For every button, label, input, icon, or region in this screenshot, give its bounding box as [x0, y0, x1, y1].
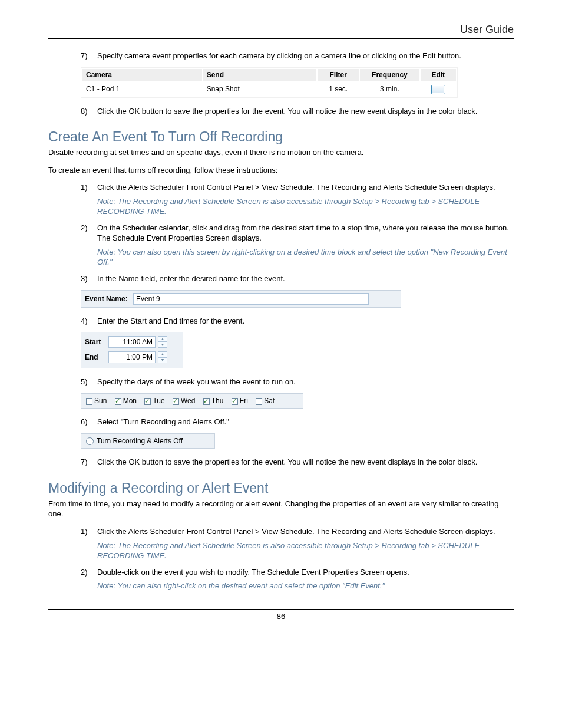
checkbox-fri[interactable] [232, 398, 238, 405]
day-sat-label: Sat [264, 397, 275, 405]
step-b2: 2) Double-click on the event you wish to… [81, 567, 514, 591]
step-a7-text: Click the OK button to save the properti… [97, 457, 477, 466]
step-a1-text: Click the Alerts Scheduler Front Control… [97, 183, 495, 192]
step-a1: 1) Click the Alerts Scheduler Front Cont… [81, 182, 514, 217]
start-spinner[interactable]: ▲▼ [158, 336, 167, 348]
table-row: C1 - Pod 1 Snap Shot 1 sec. 3 min. ... [82, 82, 456, 96]
step-a2: 2) On the Scheduler calendar, click and … [81, 223, 514, 268]
header-rule [48, 38, 514, 39]
header-title: User Guide [48, 24, 514, 36]
section-create-event-off: Create An Event To Turn Off Recording [48, 129, 514, 145]
step-b1-num: 1) [81, 526, 88, 537]
chevron-up-icon[interactable]: ▲ [158, 351, 167, 357]
turn-off-figure: Turn Recording & Alerts Off [81, 433, 215, 449]
step-a7: 7) Click the OK button to save the prope… [81, 457, 514, 467]
days-of-week-figure: Sun Mon Tue Wed Thu Fri Sat [81, 393, 303, 409]
step-a7-num: 7) [81, 457, 88, 467]
step-a6: 6) Select "Turn Recording and Alerts Off… [81, 417, 514, 427]
step-b2-note: Note: You can also right-click on the de… [97, 581, 514, 591]
day-mon[interactable]: Mon [115, 397, 137, 405]
cell-filter: 1 sec. [318, 82, 359, 96]
step-a6-text: Select "Turn Recording and Alerts Off." [97, 417, 229, 426]
col-camera: Camera [82, 69, 202, 81]
radio-turn-off[interactable] [86, 437, 94, 445]
day-thu[interactable]: Thu [203, 397, 224, 405]
step-a4-text: Enter the Start and End times for the ev… [97, 317, 244, 325]
chevron-down-icon[interactable]: ▼ [158, 342, 167, 348]
step-a3-num: 3) [81, 274, 88, 284]
step-a4-num: 4) [81, 316, 88, 327]
edit-button[interactable]: ... [431, 85, 445, 94]
day-mon-label: Mon [123, 397, 137, 405]
day-fri[interactable]: Fri [232, 397, 248, 405]
step-a1-num: 1) [81, 182, 88, 193]
day-sun-label: Sun [94, 397, 107, 405]
day-sun[interactable]: Sun [86, 397, 107, 405]
checkbox-wed[interactable] [173, 398, 179, 405]
step-a5-text: Specify the days of the week you want th… [97, 377, 296, 386]
checkbox-mon[interactable] [115, 398, 121, 405]
day-wed[interactable]: Wed [173, 397, 195, 405]
step-8: 8) Click the OK button to save the prope… [81, 106, 514, 117]
cell-send: Snap Shot [203, 82, 316, 96]
section-a-intro2: To create an event that turns off record… [48, 165, 514, 176]
step-a3: 3) In the Name field, enter the desired … [81, 274, 514, 284]
step-7-text: Specify camera event properties for each… [97, 51, 461, 60]
cell-frequency: 3 min. [360, 82, 419, 96]
step-a2-text: On the Scheduler calendar, click and dra… [97, 223, 509, 243]
day-tue-label: Tue [153, 397, 164, 405]
step-b1-text: Click the Alerts Scheduler Front Control… [97, 527, 495, 536]
step-a2-num: 2) [81, 223, 88, 233]
checkbox-sat[interactable] [256, 398, 262, 405]
step-7-num: 7) [81, 51, 88, 61]
step-8-text: Click the OK button to save the properti… [97, 107, 477, 116]
checkbox-thu[interactable] [203, 398, 210, 405]
checkbox-sun[interactable] [86, 398, 92, 405]
step-a5-num: 5) [81, 377, 88, 387]
col-filter: Filter [318, 69, 359, 81]
start-label: Start [85, 338, 108, 346]
page-number: 86 [48, 612, 514, 621]
step-8-num: 8) [81, 106, 88, 117]
event-name-label: Event Name: [85, 295, 128, 303]
end-time-input[interactable] [108, 351, 156, 363]
section-a-intro1: Disable recording at set times and on sp… [48, 147, 514, 158]
step-b1-note: Note: The Recording and Alert Schedule S… [97, 541, 514, 561]
cell-camera: C1 - Pod 1 [82, 82, 202, 96]
chevron-down-icon[interactable]: ▼ [158, 357, 167, 363]
col-send: Send [203, 69, 316, 81]
step-a1-note: Note: The Recording and Alert Schedule S… [97, 196, 514, 217]
step-a6-num: 6) [81, 417, 88, 427]
step-a4: 4) Enter the Start and End times for the… [81, 316, 514, 327]
day-sat[interactable]: Sat [256, 397, 275, 405]
step-a5: 5) Specify the days of the week you want… [81, 377, 514, 387]
step-b1: 1) Click the Alerts Scheduler Front Cont… [81, 526, 514, 561]
step-a2-note: Note: You can also open this screen by r… [97, 247, 514, 268]
col-frequency: Frequency [360, 69, 419, 81]
event-name-input[interactable] [133, 293, 369, 305]
day-thu-label: Thu [211, 397, 224, 405]
col-edit: Edit [421, 69, 456, 81]
start-end-figure: Start ▲▼ End ▲▼ [81, 332, 183, 368]
end-spinner[interactable]: ▲▼ [158, 351, 167, 363]
radio-turn-off-label: Turn Recording & Alerts Off [97, 437, 183, 445]
event-name-figure: Event Name: [81, 290, 401, 308]
chevron-up-icon[interactable]: ▲ [158, 336, 167, 342]
step-7: 7) Specify camera event properties for e… [81, 51, 514, 61]
step-b2-text: Double-click on the event you wish to mo… [97, 568, 409, 577]
footer-rule [48, 609, 514, 610]
day-tue[interactable]: Tue [144, 397, 164, 405]
step-b2-num: 2) [81, 567, 88, 578]
camera-event-table: Camera Send Filter Frequency Edit C1 - P… [81, 67, 458, 98]
day-wed-label: Wed [181, 397, 195, 405]
section-modify-event: Modifying a Recording or Alert Event [48, 480, 514, 496]
step-a3-text: In the Name field, enter the desired nam… [97, 274, 285, 283]
start-time-input[interactable] [108, 336, 156, 348]
day-fri-label: Fri [240, 397, 248, 405]
checkbox-tue[interactable] [144, 398, 151, 405]
section-b-intro: From time to time, you may need to modif… [48, 499, 514, 519]
end-label: End [85, 353, 108, 361]
